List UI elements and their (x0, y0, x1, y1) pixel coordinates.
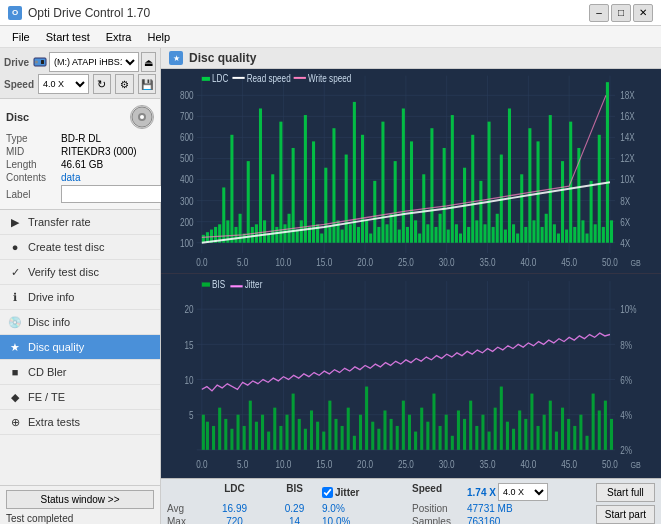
disc-panel: Disc Type BD-R DL MID RITEKDR3 (000) Len… (0, 99, 160, 210)
svg-rect-202 (218, 408, 221, 450)
svg-text:GB: GB (630, 259, 641, 269)
nav-disc-info[interactable]: 💿 Disc info (0, 310, 160, 335)
svg-rect-264 (598, 410, 601, 449)
avg-label: Avg (167, 503, 202, 514)
svg-rect-107 (418, 234, 421, 243)
svg-rect-225 (359, 415, 362, 450)
svg-rect-130 (512, 224, 515, 242)
nav-transfer-rate[interactable]: ▶ Transfer rate (0, 210, 160, 235)
svg-rect-242 (463, 419, 466, 450)
disc-icon[interactable] (130, 105, 154, 129)
position-label: Position (412, 503, 467, 514)
nav-cd-bler[interactable]: ■ CD Bler (0, 360, 160, 385)
jitter-checkbox[interactable] (322, 487, 333, 498)
svg-rect-254 (537, 426, 540, 450)
samples-value: 763160 (467, 516, 500, 524)
svg-text:20.0: 20.0 (357, 256, 373, 268)
svg-text:GB: GB (630, 459, 641, 470)
svg-text:25.0: 25.0 (398, 256, 414, 268)
minimize-button[interactable]: – (589, 4, 609, 22)
svg-rect-78 (300, 220, 303, 242)
length-value: 46.61 GB (61, 159, 103, 170)
nav-transfer-rate-label: Transfer rate (28, 216, 91, 228)
svg-rect-256 (549, 401, 552, 450)
nav-extra-tests[interactable]: ⊕ Extra tests (0, 410, 160, 435)
menu-start-test[interactable]: Start test (38, 29, 98, 45)
save-button[interactable]: 💾 (138, 74, 156, 94)
svg-text:35.0: 35.0 (480, 458, 496, 471)
bottom-chart: 20 15 10 5 10% 8% 6% 4% 2% 0.0 (161, 274, 661, 478)
svg-rect-149 (590, 181, 593, 243)
length-label: Length (6, 159, 61, 170)
status-text: Test completed (6, 513, 154, 524)
disc-contents-row: Contents data (6, 172, 154, 183)
svg-rect-222 (341, 426, 344, 450)
svg-rect-239 (445, 415, 448, 450)
svg-text:5.0: 5.0 (237, 458, 249, 471)
svg-rect-101 (394, 161, 397, 243)
refresh-button[interactable]: ↻ (93, 74, 111, 94)
stats-max-row: Max 720 14 10.0% Samples 763160 (167, 516, 590, 524)
svg-text:700: 700 (180, 110, 194, 122)
svg-rect-247 (494, 408, 497, 450)
svg-rect-143 (565, 230, 568, 243)
svg-text:100: 100 (180, 237, 194, 249)
svg-rect-59 (222, 187, 225, 242)
svg-rect-255 (543, 415, 546, 450)
svg-rect-110 (430, 128, 433, 243)
svg-rect-73 (279, 122, 282, 243)
svg-text:Write speed: Write speed (308, 72, 351, 84)
svg-rect-245 (481, 415, 484, 450)
start-part-button[interactable]: Start part (596, 505, 655, 524)
avg-ldc: 16.99 (202, 503, 267, 514)
nav-verify-test-disc-label: Verify test disc (28, 266, 99, 278)
samples-label: Samples (412, 516, 467, 524)
svg-rect-215 (298, 419, 301, 450)
svg-rect-208 (255, 422, 258, 450)
svg-rect-223 (347, 408, 350, 450)
svg-rect-213 (285, 415, 288, 450)
disc-section-title: Disc (6, 111, 29, 123)
maximize-button[interactable]: □ (611, 4, 631, 22)
svg-text:8X: 8X (620, 195, 631, 207)
nav-fe-te[interactable]: ◆ FE / TE (0, 385, 160, 410)
disc-quality-icon: ★ (8, 340, 22, 354)
disc-label-row: Label 🔍 (6, 185, 154, 203)
nav-drive-info[interactable]: ℹ Drive info (0, 285, 160, 310)
svg-text:500: 500 (180, 152, 194, 164)
speed-stat-dropdown[interactable]: 4.0 X (498, 483, 548, 501)
svg-rect-96 (373, 181, 376, 243)
drive-info-icon: ℹ (8, 290, 22, 304)
menu-file[interactable]: File (4, 29, 38, 45)
drive-dropdown[interactable]: (M:) ATAPI iHBS112 2 CLOK (49, 52, 139, 72)
menu-help[interactable]: Help (139, 29, 178, 45)
svg-text:200: 200 (180, 216, 194, 228)
main-area: Drive (M:) ATAPI iHBS112 2 CLOK ⏏ Speed … (0, 48, 661, 524)
svg-rect-266 (610, 419, 613, 450)
svg-rect-226 (365, 387, 368, 450)
nav-verify-test-disc[interactable]: ✓ Verify test disc (0, 260, 160, 285)
svg-text:12X: 12X (620, 152, 635, 164)
close-button[interactable]: ✕ (633, 4, 653, 22)
menu-extra[interactable]: Extra (98, 29, 140, 45)
settings-button[interactable]: ⚙ (115, 74, 133, 94)
nav-create-test-disc[interactable]: ● Create test disc (0, 235, 160, 260)
titlebar-left: O Opti Drive Control 1.70 (8, 6, 150, 20)
speed-dropdown[interactable]: 4.0 X (38, 74, 89, 94)
nav-disc-quality[interactable]: ★ Disc quality (0, 335, 160, 360)
eject-button[interactable]: ⏏ (141, 52, 156, 72)
mid-label: MID (6, 146, 61, 157)
fe-te-icon: ◆ (8, 390, 22, 404)
svg-rect-133 (524, 227, 527, 243)
disc-mid-row: MID RITEKDR3 (000) (6, 146, 154, 157)
svg-rect-139 (549, 115, 552, 243)
svg-rect-235 (420, 408, 423, 450)
svg-text:5: 5 (189, 409, 194, 422)
svg-rect-217 (310, 410, 313, 449)
speed-value: 1.74 X (467, 487, 496, 498)
start-full-button[interactable]: Start full (596, 483, 655, 502)
svg-rect-232 (402, 401, 405, 450)
status-window-button[interactable]: Status window >> (6, 490, 154, 509)
svg-rect-113 (443, 148, 446, 243)
svg-rect-140 (553, 224, 556, 242)
